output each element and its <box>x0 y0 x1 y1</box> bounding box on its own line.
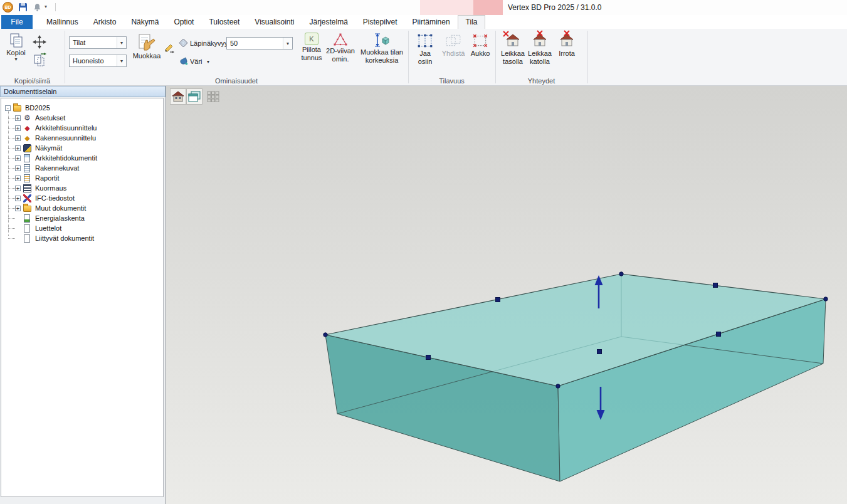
tree-item-icon <box>23 134 31 142</box>
tree-item-label: Arkkitehtidokumentit <box>34 154 98 162</box>
detach-icon <box>559 33 575 49</box>
tilat-dropdown[interactable]: Tilat ▾ <box>69 36 127 49</box>
tree-item[interactable]: + Asetukset <box>1 113 163 123</box>
expand-toggle[interactable]: + <box>15 206 21 211</box>
tree-item-label: Näkymät <box>34 144 63 152</box>
collapse-toggle[interactable]: - <box>5 105 11 111</box>
tree-item-label: Raportit <box>34 174 61 182</box>
tree-item[interactable]: + IFC-tiedostot <box>1 193 163 203</box>
tree-item-icon <box>23 206 31 212</box>
chevron-down-icon[interactable]: ▾ <box>283 38 292 49</box>
cascade-windows-button[interactable] <box>186 88 203 105</box>
tree-item-icon <box>23 124 31 132</box>
leikkaa-katolla-button[interactable]: Leikkaa katolla <box>527 33 553 65</box>
tree-item-label: Rakennekuvat <box>34 164 80 172</box>
tree-item[interactable]: Liittyvät dokumentit <box>1 233 163 243</box>
muokkaa-korkeuksia-button[interactable]: Muokkaa tilan korkeuksia <box>357 33 407 64</box>
tree-item[interactable]: + Kuormaus <box>1 183 163 193</box>
tree-item-label: BD2025 <box>24 104 51 112</box>
tilat-dropdown-value: Tilat <box>70 39 117 46</box>
edge-handle[interactable] <box>496 298 500 302</box>
expand-toggle[interactable]: + <box>15 196 21 201</box>
corner-handle[interactable] <box>619 272 623 276</box>
toolbar-separator <box>55 3 56 11</box>
tree-item-root[interactable]: - BD2025 <box>1 103 163 113</box>
ribbon-group-tilavuus: Jaa osiin Yhdistä Aukko Tilavuus <box>408 29 495 85</box>
tab-arkisto[interactable]: Arkisto <box>86 15 124 29</box>
expand-toggle[interactable]: + <box>15 145 21 151</box>
tab-nakyma[interactable]: Näkymä <box>124 15 166 29</box>
group-label: Ominaisuudet <box>65 77 408 85</box>
home-view-button[interactable] <box>170 88 186 105</box>
tile-windows-button[interactable] <box>205 88 221 105</box>
expand-toggle[interactable]: + <box>15 186 21 191</box>
contextual-tab-highlight-piirtaminen <box>420 0 473 15</box>
expand-toggle[interactable]: + <box>15 125 21 131</box>
huoneisto-dropdown[interactable]: Huoneisto ▾ <box>69 55 127 67</box>
piilota-tunnus-button[interactable]: K Piilota tunnus <box>299 33 324 61</box>
tab-file[interactable]: File <box>1 15 33 29</box>
app-logo-icon[interactable]: BD <box>3 2 13 13</box>
color-button-label[interactable]: Väri <box>190 58 203 65</box>
tree-item[interactable]: Luettelot <box>1 223 163 233</box>
tab-tulosteet[interactable]: Tulosteet <box>201 15 247 29</box>
tab-visualisointi[interactable]: Visualisointi <box>247 15 302 29</box>
expand-toggle[interactable]: + <box>15 155 21 161</box>
tab-tila[interactable]: Tila <box>458 15 486 29</box>
save-icon[interactable] <box>18 3 28 12</box>
leikkaa-tasolla-button[interactable]: Leikkaa tasolla <box>500 33 526 65</box>
cut-at-roof-icon <box>532 33 548 49</box>
pencil-icon[interactable] <box>164 43 174 53</box>
copy-move-icon[interactable] <box>33 53 46 66</box>
muokkaa-button[interactable]: Muokkaa <box>130 33 163 60</box>
panel-title: Dokumenttiselain <box>0 86 166 97</box>
transparency-dropdown[interactable]: 50 ▾ <box>226 37 293 50</box>
jaa-osiin-button[interactable]: Jaa osiin <box>411 33 439 65</box>
chevron-down-icon[interactable]: ▾ <box>207 59 209 65</box>
tab-piirtaminen[interactable]: Piirtäminen <box>405 15 458 29</box>
center-handle[interactable] <box>597 350 602 354</box>
tree-item[interactable]: + Näkymät <box>1 143 163 153</box>
document-tree[interactable]: - BD2025 + Asetukset + Arkkitehtisuun <box>1 98 164 497</box>
tab-jarjestelma[interactable]: Järjestelmä <box>302 15 355 29</box>
model-viewport[interactable] <box>166 86 847 504</box>
tab-mallinnus[interactable]: Mallinnus <box>39 15 86 29</box>
irrota-button[interactable]: Irrota <box>554 33 580 57</box>
move-icon[interactable] <box>33 35 46 49</box>
tree-item-icon <box>24 154 30 162</box>
tree-item-label: Energialaskenta <box>34 214 86 222</box>
edge-handle[interactable] <box>717 332 721 337</box>
bell-icon[interactable] <box>33 3 42 12</box>
expand-toggle[interactable]: + <box>15 115 21 121</box>
tab-pistepilvet[interactable]: Pistepilvet <box>355 15 405 29</box>
tree-item[interactable]: + Arkkitehtidokumentit <box>1 153 163 163</box>
expand-toggle[interactable]: + <box>15 135 21 141</box>
tree-item-label: Asetukset <box>34 114 66 122</box>
corner-handle[interactable] <box>324 333 327 337</box>
chevron-down-icon[interactable]: ▾ <box>117 37 126 48</box>
expand-toggle[interactable]: + <box>15 165 21 171</box>
tree-item[interactable]: + Arkkitehtisuunnittelu <box>1 123 163 133</box>
tree-item[interactable]: + Raportit <box>1 173 163 183</box>
tree-item[interactable]: Energialaskenta <box>1 213 163 223</box>
tree-item[interactable]: + Muut dokumentit <box>1 203 163 213</box>
edge-handle[interactable] <box>426 355 431 360</box>
copy-button[interactable]: Kopioi ▾ <box>2 32 30 61</box>
expand-toggle[interactable]: + <box>15 176 21 181</box>
edge-handle[interactable] <box>713 283 718 288</box>
corner-handle[interactable] <box>556 384 560 388</box>
edit-hand-icon <box>137 33 156 51</box>
tree-item[interactable]: + Rakennesuunnittelu <box>1 133 163 143</box>
chevron-down-icon[interactable]: ▾ <box>45 4 47 9</box>
corner-handle[interactable] <box>824 297 828 301</box>
model-canvas[interactable] <box>166 86 847 504</box>
window-title: Vertex BD Pro 2025 / 31.0.0 <box>508 3 601 12</box>
tab-optiot[interactable]: Optiot <box>166 15 201 29</box>
chevron-down-icon[interactable]: ▾ <box>117 55 126 66</box>
ribbon-tab-bar: File Mallinnus Arkisto Näkymä Optiot Tul… <box>0 15 847 29</box>
space-heights-icon <box>374 33 390 48</box>
chevron-down-icon[interactable]: ▾ <box>14 57 17 61</box>
viiva-2d-button[interactable]: 2D-viivan omin. <box>325 33 356 63</box>
aukko-button[interactable]: Aukko <box>467 33 493 57</box>
tree-item[interactable]: + Rakennekuvat <box>1 163 163 173</box>
